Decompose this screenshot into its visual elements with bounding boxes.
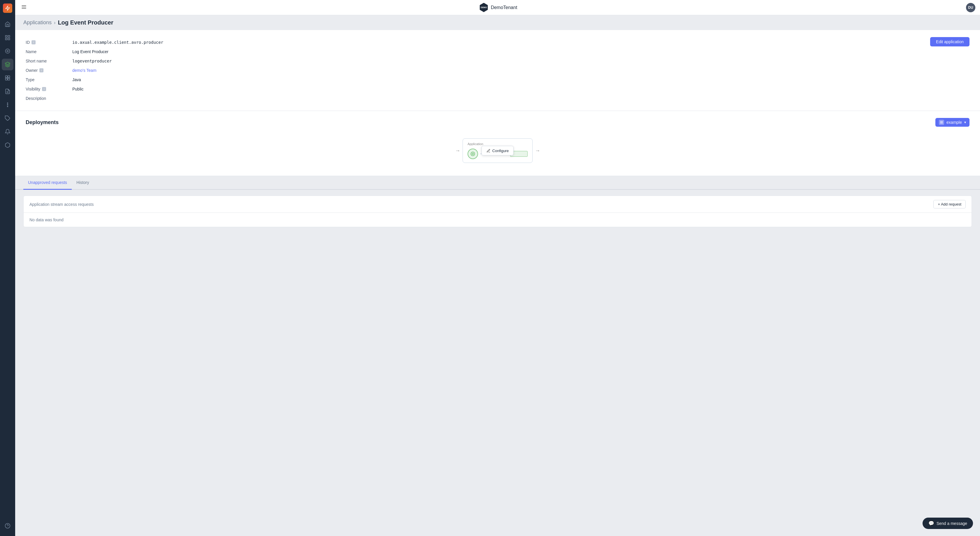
svg-point-5 — [6, 49, 10, 53]
svg-rect-10 — [8, 78, 10, 80]
detail-row-description: Description — [25, 94, 969, 102]
svg-rect-4 — [8, 38, 10, 40]
topbar-center: DEMO DemoTenant — [30, 3, 966, 12]
tenant-name: DemoTenant — [491, 5, 517, 10]
sidebar-item-applications[interactable] — [2, 59, 13, 70]
svg-rect-8 — [8, 76, 10, 78]
svg-rect-25 — [942, 123, 943, 123]
svg-point-15 — [7, 106, 8, 107]
sidebar-item-tag[interactable] — [2, 112, 13, 124]
content-area: Applications › Log Event Producer Edit a… — [15, 15, 980, 536]
application-detail-card: Edit application ID i io.axual.example.c… — [15, 30, 980, 111]
svg-point-27 — [472, 153, 473, 155]
svg-point-17 — [5, 523, 10, 528]
requests-card-title: Application stream access requests — [29, 202, 94, 207]
detail-row-id: ID i io.axual.example.client.avro.produc… — [25, 38, 969, 46]
sidebar-item-circle[interactable] — [2, 45, 13, 57]
sidebar — [0, 0, 15, 536]
tenant-logo: DEMO — [479, 3, 488, 12]
requests-card: Application stream access requests + Add… — [23, 196, 972, 227]
tabs-bar: Unapproved requests History — [15, 176, 980, 190]
configure-popup[interactable]: Configure — [482, 146, 514, 156]
detail-value-owner[interactable]: demo's Team — [72, 68, 97, 73]
sidebar-item-grid[interactable] — [2, 32, 13, 43]
detail-label-visibility: Visibility i — [25, 87, 72, 91]
breadcrumb-parent[interactable]: Applications — [23, 19, 52, 26]
id-info-icon: i — [32, 40, 36, 45]
sidebar-item-home[interactable] — [2, 18, 13, 30]
svg-point-6 — [7, 51, 8, 52]
detail-label-owner: Owner i — [25, 68, 72, 73]
environment-selector[interactable]: example ▾ — [935, 118, 969, 127]
svg-point-14 — [7, 105, 8, 105]
diagram-node — [468, 148, 478, 159]
user-avatar[interactable]: DU — [966, 3, 975, 12]
svg-rect-9 — [6, 78, 8, 80]
deployment-diagram: → Application Configure → — [25, 132, 969, 169]
configure-label: Configure — [492, 148, 509, 153]
edit-application-button[interactable]: Edit application — [930, 37, 969, 46]
deployments-title: Deployments — [25, 120, 59, 126]
breadcrumb: Applications › Log Event Producer — [15, 15, 980, 30]
breadcrumb-separator: › — [54, 20, 56, 26]
env-selector-label: example — [947, 120, 962, 124]
requests-card-header: Application stream access requests + Add… — [24, 196, 972, 213]
deployments-section: Deployments example ▾ → Application — [15, 111, 980, 176]
diagram-card: Application Configure — [463, 139, 533, 163]
requests-content: Application stream access requests + Add… — [15, 190, 980, 233]
sidebar-item-help[interactable] — [2, 520, 13, 531]
svg-rect-3 — [6, 38, 7, 40]
detail-row-name: Name Log Event Producer — [25, 48, 969, 56]
detail-value-short-name: logeventproducer — [72, 59, 112, 63]
svg-rect-7 — [6, 76, 8, 78]
owner-info-icon: i — [40, 68, 43, 72]
svg-rect-2 — [8, 36, 10, 37]
breadcrumb-current: Log Event Producer — [58, 19, 113, 26]
visibility-info-icon: i — [42, 87, 46, 91]
chat-icon: 💬 — [928, 520, 934, 526]
no-data-message: No data was found — [24, 213, 972, 227]
topbar: DEMO DemoTenant DU — [15, 0, 980, 15]
detail-label-id: ID i — [25, 40, 72, 45]
tab-unapproved-requests[interactable]: Unapproved requests — [23, 176, 72, 190]
detail-row-visibility: Visibility i Public — [25, 85, 969, 93]
detail-label-description: Description — [25, 96, 72, 101]
svg-rect-22 — [940, 121, 941, 122]
diagram-left-arrow: → — [455, 148, 460, 154]
main-wrapper: DEMO DemoTenant DU Applications › Log Ev… — [15, 0, 980, 536]
sidebar-item-document[interactable] — [2, 86, 13, 97]
send-message-label: Send a message — [937, 521, 967, 526]
svg-rect-23 — [942, 121, 943, 122]
svg-rect-24 — [940, 123, 941, 123]
detail-row-type: Type Java — [25, 76, 969, 84]
svg-point-26 — [471, 152, 474, 156]
application-detail-table: ID i io.axual.example.client.avro.produc… — [25, 38, 969, 102]
send-message-button[interactable]: 💬 Send a message — [923, 518, 973, 529]
detail-label-name: Name — [25, 49, 72, 54]
hamburger-menu[interactable] — [20, 3, 28, 12]
tabs-section: Unapproved requests History Application … — [15, 176, 980, 536]
sidebar-item-box[interactable] — [2, 139, 13, 151]
detail-value-visibility: Public — [72, 87, 83, 91]
svg-marker-0 — [6, 6, 10, 11]
deployments-header: Deployments example ▾ — [25, 118, 969, 127]
add-request-button[interactable]: + Add request — [933, 200, 966, 209]
detail-label-short-name: Short name — [25, 59, 72, 63]
tab-history[interactable]: History — [72, 176, 94, 190]
detail-value-id: io.axual.example.client.avro.producer — [72, 40, 163, 45]
detail-row-owner: Owner i demo's Team — [25, 66, 969, 75]
svg-point-13 — [7, 103, 8, 104]
diagram-card-label: Application — [468, 142, 528, 146]
sidebar-item-alert[interactable] — [2, 126, 13, 137]
svg-rect-1 — [6, 36, 7, 37]
detail-row-short-name: Short name logeventproducer — [25, 57, 969, 65]
env-icon — [939, 120, 944, 125]
sidebar-logo — [3, 3, 12, 13]
sidebar-item-dots[interactable] — [2, 99, 13, 111]
detail-label-type: Type — [25, 77, 72, 82]
detail-value-type: Java — [72, 77, 81, 82]
sidebar-item-blocks[interactable] — [2, 72, 13, 84]
env-chevron-icon: ▾ — [964, 120, 966, 124]
diagram-right-arrow: → — [535, 148, 540, 154]
detail-value-name: Log Event Producer — [72, 49, 108, 54]
